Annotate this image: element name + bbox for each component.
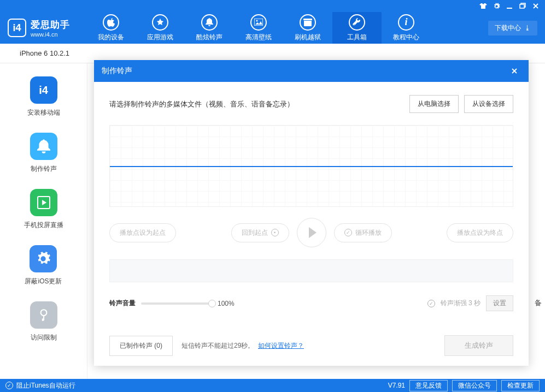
logo-badge-icon: i4 (8, 19, 26, 37)
sidebar-screen-mirror[interactable]: 手机投屏直播 (24, 189, 63, 230)
nav-my-device[interactable]: 我的设备 (86, 12, 136, 44)
minimize-button[interactable] (503, 1, 515, 11)
play-icon (30, 189, 57, 216)
svg-rect-0 (507, 8, 512, 9)
waveform-area[interactable] (109, 125, 513, 207)
gear-icon (30, 245, 57, 272)
play-icon (309, 227, 317, 238)
from-pc-button[interactable]: 从电脑选择 (409, 95, 459, 113)
volume-slider[interactable] (141, 302, 212, 305)
sidebar-block-ios-update[interactable]: 屏蔽iOS更新 (25, 245, 62, 286)
set-end-button[interactable]: 播放点设为终点 (447, 223, 513, 242)
titlebar (0, 0, 545, 12)
nav-flash-jailbreak[interactable]: 刷机越狱 (283, 12, 332, 44)
key-icon (30, 301, 57, 329)
restore-button[interactable] (517, 1, 529, 11)
modal-close-button[interactable] (508, 64, 521, 78)
set-start-button[interactable]: 播放点设为起点 (109, 223, 176, 242)
svg-rect-2 (254, 19, 263, 26)
nav-tutorials[interactable]: i教程中心 (382, 12, 431, 44)
statusbar: ✓ 阻止iTunes自动运行 V7.91 意见反馈 微信公众号 检查更新 (0, 379, 545, 392)
back-to-start-button[interactable]: 回到起点• (231, 223, 289, 242)
nav-ringtones[interactable]: 酷炫铃声 (185, 12, 234, 44)
preview-area (109, 259, 513, 282)
info-icon: i (398, 14, 414, 31)
modal-header: 制作铃声 (94, 60, 529, 82)
check-icon: ✓ (427, 300, 435, 307)
loop-play-button[interactable]: ✓循环播放 (334, 223, 392, 242)
volume-value: 100% (218, 300, 235, 307)
i4-icon: i4 (30, 76, 57, 104)
nav-wallpapers[interactable]: 高清壁纸 (234, 12, 283, 44)
modal-title: 制作铃声 (102, 66, 132, 76)
check-icon: ✓ (5, 382, 13, 389)
sidebar-access-restriction[interactable]: 访问限制 (30, 301, 57, 342)
fade-settings-button[interactable]: 设置 (486, 295, 513, 311)
sidebar-install-mobile[interactable]: i4安装移动端 (27, 76, 60, 117)
svg-rect-1 (520, 4, 524, 8)
itunes-block-toggle[interactable]: 阻止iTunes自动运行 (16, 381, 75, 390)
volume-label: 铃声音量 (109, 299, 136, 308)
app-name: 爱思助手 (31, 19, 70, 31)
make-ringtone-modal: 制作铃声 请选择制作铃声的多媒体文件（视频、音乐、语音备忘录） 从电脑选择 从设… (94, 60, 529, 366)
from-device-button[interactable]: 从设备选择 (464, 95, 513, 113)
skin-button[interactable] (477, 1, 489, 11)
generate-ringtone-button[interactable]: 生成铃声 (444, 335, 513, 356)
close-button[interactable] (530, 1, 542, 11)
settings-button[interactable] (490, 1, 502, 11)
sidebar: i4安装移动端 制作铃声 手机投屏直播 屏蔽iOS更新 访问限制 (0, 63, 87, 379)
header: i4 爱思助手 www.i4.cn 我的设备 应用游戏 酷炫铃声 高清壁纸 刷机… (0, 12, 545, 44)
apple-icon (103, 14, 119, 31)
fade-label: 铃声渐强 3 秒 (441, 299, 480, 308)
feedback-button[interactable]: 意见反馈 (409, 380, 448, 391)
how-to-set-link[interactable]: 如何设置铃声？ (258, 342, 304, 349)
hint-text: 短信铃声不能超过29秒。 如何设置铃声？ (181, 341, 304, 351)
version-label: V7.91 (388, 382, 405, 389)
nav-toolbox[interactable]: 工具箱 (332, 12, 382, 44)
bell-icon (201, 14, 218, 31)
svg-point-5 (40, 310, 46, 316)
download-icon: ⭳ (524, 24, 531, 32)
check-update-button[interactable]: 检查更新 (501, 380, 540, 391)
wechat-button[interactable]: 微信公众号 (452, 380, 497, 391)
main-nav: 我的设备 应用游戏 酷炫铃声 高清壁纸 刷机越狱 工具箱 i教程中心 (86, 12, 431, 44)
box-icon (300, 14, 316, 31)
image-icon (250, 14, 267, 31)
app-url: www.i4.cn (31, 31, 70, 38)
device-tab[interactable]: iPhone 6 10.2.1 (11, 44, 78, 63)
tools-icon (349, 14, 365, 31)
bell-icon (30, 133, 57, 160)
select-file-prompt: 请选择制作铃声的多媒体文件（视频、音乐、语音备忘录） (109, 99, 294, 109)
made-ringtones-button[interactable]: 已制作铃声 (0) (109, 336, 173, 356)
play-button[interactable] (297, 218, 326, 247)
sidebar-make-ringtone[interactable]: 制作铃声 (30, 133, 57, 174)
check-icon: ✓ (344, 229, 352, 236)
logo[interactable]: i4 爱思助手 www.i4.cn (8, 19, 70, 38)
download-center-button[interactable]: 下载中心⭳ (488, 21, 537, 35)
nav-apps-games[interactable]: 应用游戏 (136, 12, 185, 44)
appstore-icon (152, 14, 168, 31)
svg-point-3 (256, 20, 258, 22)
background-peek-text: 备 (535, 298, 542, 308)
marker-icon: • (271, 229, 279, 236)
